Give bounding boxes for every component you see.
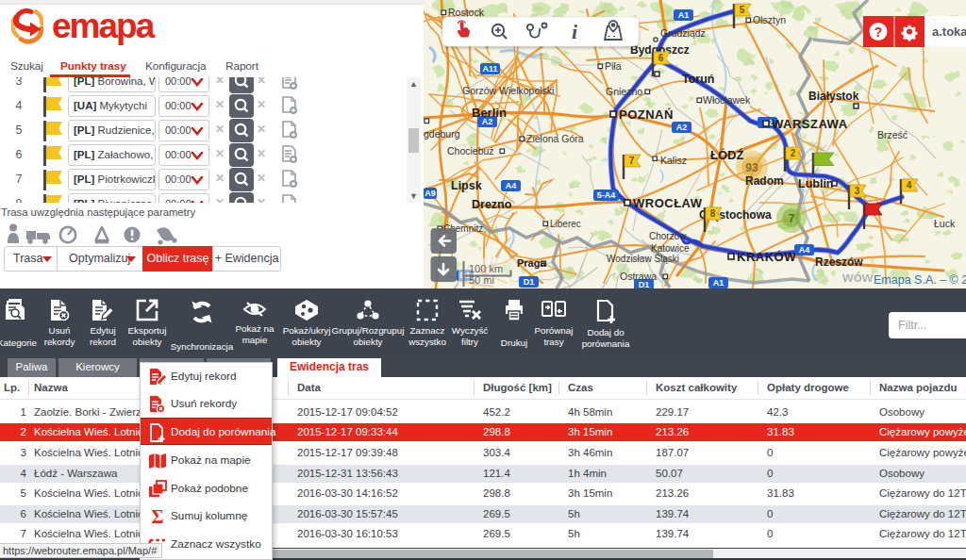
svg-text:7: 7 bbox=[789, 212, 795, 225]
svg-text:Białystok: Białystok bbox=[808, 90, 859, 103]
svg-text:5: 5 bbox=[740, 5, 745, 15]
svg-text:Emapa S.A. – © 2023...: Emapa S.A. – © 2023... bbox=[874, 273, 966, 287]
svg-text:gdeburg: gdeburg bbox=[424, 128, 460, 140]
svg-text:Kalisz: Kalisz bbox=[660, 155, 687, 166]
svg-text:Brześć: Brześć bbox=[877, 129, 908, 140]
svg-text:Olsztyn: Olsztyn bbox=[753, 14, 786, 25]
svg-text:Lipsk: Lipsk bbox=[451, 179, 482, 192]
svg-text:7: 7 bbox=[629, 156, 635, 166]
svg-text:wów: wów bbox=[841, 269, 874, 285]
svg-text:Łuck: Łuck bbox=[934, 218, 956, 229]
svg-text:ŁÓDŹ: ŁÓDŹ bbox=[710, 148, 743, 162]
svg-text:Ostrawa: Ostrawa bbox=[620, 271, 657, 282]
svg-text:i: i bbox=[572, 20, 578, 43]
svg-text:POZNAŃ: POZNAŃ bbox=[619, 107, 674, 122]
svg-text:KRAKÓW: KRAKÓW bbox=[737, 250, 796, 264]
svg-text:?: ? bbox=[874, 25, 883, 40]
svg-text:WROCŁAW: WROCŁAW bbox=[633, 196, 703, 210]
svg-text:A4: A4 bbox=[506, 181, 517, 190]
svg-text:2: 2 bbox=[791, 148, 796, 158]
svg-text:100 km: 100 km bbox=[469, 263, 503, 274]
svg-text:Toruń: Toruń bbox=[682, 73, 714, 86]
svg-text:6: 6 bbox=[658, 53, 664, 63]
svg-text:a.tokar: a.tokar bbox=[932, 25, 966, 39]
svg-text:Rostock: Rostock bbox=[448, 7, 485, 18]
svg-text:Rzeszów: Rzeszów bbox=[815, 255, 863, 269]
svg-text:Katowice: Katowice bbox=[651, 243, 690, 254]
svg-text:Chorzów: Chorzów bbox=[649, 231, 687, 241]
svg-text:WARSZAWA: WARSZAWA bbox=[772, 117, 848, 131]
svg-text:Drezno: Drezno bbox=[472, 198, 512, 211]
svg-text:Chociebuż: Chociebuż bbox=[447, 145, 494, 156]
svg-text:A1: A1 bbox=[678, 10, 690, 20]
svg-text:Berlin: Berlin bbox=[472, 106, 507, 120]
svg-text:Grudziądz: Grudziądz bbox=[660, 27, 706, 39]
svg-text:Zielona Góra: Zielona Góra bbox=[526, 133, 584, 144]
svg-text:A9: A9 bbox=[425, 189, 436, 198]
svg-text:93: 93 bbox=[745, 161, 758, 174]
svg-text:Wodzisław Śląski: Wodzisław Śląski bbox=[607, 253, 679, 264]
svg-text:Włocławek: Włocławek bbox=[703, 94, 751, 106]
svg-text:3: 3 bbox=[855, 186, 860, 196]
svg-text:D1: D1 bbox=[524, 277, 535, 287]
svg-text:Gorzów Wielkopolski: Gorzów Wielkopolski bbox=[462, 85, 554, 96]
svg-text:50 mi: 50 mi bbox=[469, 274, 494, 286]
svg-text:Lublin: Lublin bbox=[798, 177, 834, 190]
svg-text:5-A4: 5-A4 bbox=[597, 190, 616, 200]
svg-text:Liberec: Liberec bbox=[550, 219, 581, 229]
svg-text:4: 4 bbox=[907, 180, 912, 190]
svg-text:Gniezno: Gniezno bbox=[606, 86, 642, 97]
svg-text:Σ: Σ bbox=[151, 506, 163, 527]
svg-text:A11: A11 bbox=[482, 64, 497, 74]
svg-text:Piła: Piła bbox=[605, 60, 622, 72]
svg-text:8: 8 bbox=[710, 208, 716, 219]
svg-text:Radom: Radom bbox=[745, 174, 784, 188]
svg-text:A4: A4 bbox=[799, 245, 810, 255]
svg-text:Praga: Praga bbox=[517, 257, 546, 269]
svg-text:A1: A1 bbox=[713, 278, 724, 288]
svg-text:A2: A2 bbox=[676, 123, 688, 132]
